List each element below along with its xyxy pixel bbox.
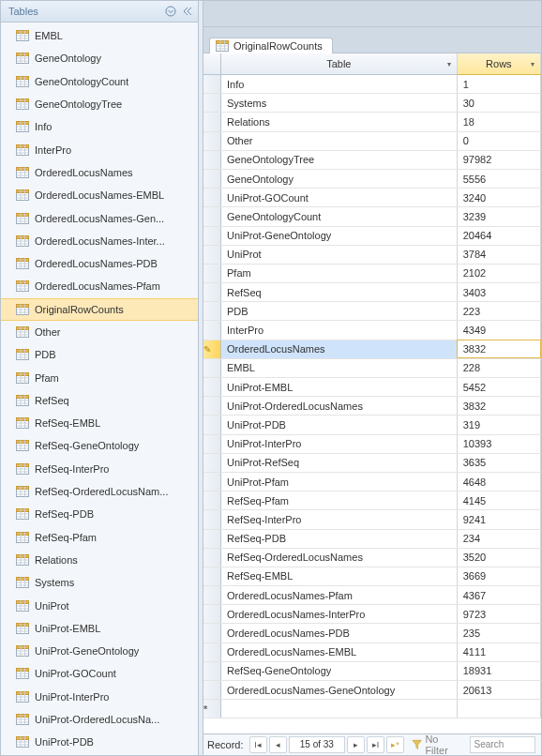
cell-table[interactable]: UniProt-OrderedLocusNames	[221, 397, 458, 416]
sidebar-item-uniprot-embl[interactable]: UniProt-EMBL	[1, 617, 198, 640]
row-selector[interactable]	[203, 472, 221, 491]
cell-rows[interactable]: 3669	[457, 567, 540, 585]
cell-table[interactable]: OrderedLocusNames	[221, 340, 458, 358]
cell-rows[interactable]: 9241	[457, 510, 540, 529]
sidebar-item-other[interactable]: Other	[1, 321, 198, 343]
table-row[interactable]: OrderedLocusNames-InterPro9723	[203, 605, 541, 624]
table-row[interactable]: UniProt-OrderedLocusNames3832	[203, 397, 541, 416]
row-selector[interactable]	[203, 529, 221, 548]
row-selector[interactable]	[203, 113, 221, 131]
cell-rows[interactable]: 97982	[457, 150, 540, 169]
cell-table[interactable]: RefSeq-PDB	[221, 529, 458, 548]
new-record-row[interactable]: *	[203, 700, 541, 718]
row-selector[interactable]	[203, 358, 221, 377]
table-row[interactable]: Pfam2102	[203, 264, 541, 282]
table-row[interactable]: RefSeq-EMBL3669	[203, 567, 541, 585]
sidebar-item-orderedlocusnames-pdb[interactable]: OrderedLocusNames-PDB	[1, 252, 198, 275]
sidebar-item-refseq-interpro[interactable]: RefSeq-InterPro	[1, 458, 198, 480]
cell-rows[interactable]: 228	[457, 358, 540, 377]
sidebar-item-uniprot[interactable]: UniProt	[1, 594, 198, 616]
cell-table[interactable]: InterPro	[221, 321, 458, 340]
table-row[interactable]: UniProt-Pfam4648	[203, 472, 541, 491]
row-selector[interactable]	[203, 131, 221, 150]
cell-rows[interactable]: 0	[457, 131, 540, 150]
collapse-pane-icon[interactable]	[181, 5, 194, 18]
cell-rows[interactable]: 234	[457, 529, 540, 548]
row-selector[interactable]	[203, 378, 221, 397]
sidebar-item-uniprot-gocount[interactable]: UniProt-GOCount	[1, 662, 198, 685]
sidebar-item-info[interactable]: Info	[1, 115, 198, 138]
row-selector[interactable]	[203, 416, 221, 434]
cell-rows[interactable]: 319	[457, 416, 540, 434]
cell-rows[interactable]: 4111	[457, 643, 540, 661]
table-row[interactable]: OrderedLocusNames-GeneOntology20613	[203, 681, 541, 700]
prev-record-button[interactable]: ◂	[269, 736, 287, 753]
cell-table[interactable]: GeneOntologyTree	[221, 150, 458, 169]
filter-status[interactable]: No Filter	[412, 733, 461, 756]
table-row[interactable]: RefSeq-PDB234	[203, 529, 541, 548]
cell-rows[interactable]: 4648	[457, 472, 540, 491]
cell-rows[interactable]: 3832	[457, 340, 540, 358]
row-selector[interactable]	[203, 453, 221, 472]
cell-table[interactable]: UniProt	[221, 245, 458, 264]
cell-rows[interactable]: 3403	[457, 283, 540, 302]
row-selector[interactable]: *	[203, 700, 221, 718]
cell-rows[interactable]: 1	[457, 75, 540, 94]
table-row[interactable]: UniProt-GeneOntology20464	[203, 226, 541, 245]
cell-table[interactable]: UniProt-PDB	[221, 416, 458, 434]
row-selector[interactable]	[203, 94, 221, 113]
sidebar-item-orderedlocusnames-inter-[interactable]: OrderedLocusNames-Inter...	[1, 230, 198, 252]
cell-rows[interactable]: 9723	[457, 605, 540, 624]
column-header-table[interactable]: Table ▾	[221, 53, 458, 75]
row-selector[interactable]	[203, 491, 221, 510]
cell-table[interactable]: RefSeq-GeneOntology	[221, 661, 458, 680]
chevron-down-circle-icon[interactable]	[164, 5, 177, 18]
new-record-button[interactable]: ▸*	[386, 736, 404, 753]
table-row[interactable]: OrderedLocusNames-PDB235	[203, 624, 541, 643]
next-record-button[interactable]: ▸	[347, 736, 365, 753]
row-selector[interactable]	[203, 605, 221, 624]
table-row[interactable]: ✎OrderedLocusNames3832	[203, 340, 541, 358]
cell-table[interactable]: RefSeq-InterPro	[221, 510, 458, 529]
table-row[interactable]: Relations18	[203, 113, 541, 131]
table-row[interactable]: RefSeq-GeneOntology18931	[203, 661, 541, 680]
row-selector[interactable]	[203, 150, 221, 169]
cell-rows[interactable]: 5556	[457, 169, 540, 188]
row-selector[interactable]	[203, 624, 221, 643]
cell-rows[interactable]: 3832	[457, 397, 540, 416]
table-list[interactable]: EMBLGeneOntologyGeneOntologyCountGeneOnt…	[1, 23, 198, 755]
cell-table[interactable]: OrderedLocusNames-InterPro	[221, 605, 458, 624]
row-selector[interactable]	[203, 169, 221, 188]
cell-rows[interactable]: 4145	[457, 491, 540, 510]
cell-rows[interactable]: 20613	[457, 681, 540, 700]
sidebar-item-uniprot-interpro[interactable]: UniProt-InterPro	[1, 686, 198, 708]
sidebar-item-refseq-pfam[interactable]: RefSeq-Pfam	[1, 526, 198, 549]
cell-table[interactable]: EMBL	[221, 358, 458, 377]
sidebar-item-originalrowcounts[interactable]: OriginalRowCounts	[1, 298, 198, 321]
cell-rows[interactable]: 2102	[457, 264, 540, 282]
cell-rows[interactable]: 235	[457, 624, 540, 643]
row-selector[interactable]	[203, 681, 221, 700]
sidebar-item-pfam[interactable]: Pfam	[1, 366, 198, 388]
table-row[interactable]: Info1	[203, 75, 541, 94]
cell-table[interactable]: UniProt-EMBL	[221, 378, 458, 397]
cell-table[interactable]: Info	[221, 75, 458, 94]
cell-table[interactable]	[221, 700, 458, 718]
table-row[interactable]: OrderedLocusNames-EMBL4111	[203, 643, 541, 661]
table-row[interactable]: RefSeq3403	[203, 283, 541, 302]
cell-rows[interactable]: 4367	[457, 586, 540, 605]
table-row[interactable]: EMBL228	[203, 358, 541, 377]
cell-rows[interactable]: 18931	[457, 661, 540, 680]
cell-rows[interactable]: 5452	[457, 378, 540, 397]
row-selector[interactable]	[203, 283, 221, 302]
row-selector[interactable]	[203, 510, 221, 529]
table-row[interactable]: UniProt-InterPro10393	[203, 434, 541, 453]
datasheet[interactable]: Table ▾ Rows ▾ Info1Systems30Relations18…	[203, 53, 541, 733]
table-row[interactable]: GeneOntologyCount3239	[203, 207, 541, 226]
sidebar-item-uniprot-geneontology[interactable]: UniProt-GeneOntology	[1, 640, 198, 662]
row-selector[interactable]: ✎	[203, 340, 221, 358]
row-selector[interactable]	[203, 75, 221, 94]
sidebar-item-geneontologycount[interactable]: GeneOntologyCount	[1, 70, 198, 93]
cell-table[interactable]: Pfam	[221, 264, 458, 282]
cell-rows[interactable]: 3239	[457, 207, 540, 226]
